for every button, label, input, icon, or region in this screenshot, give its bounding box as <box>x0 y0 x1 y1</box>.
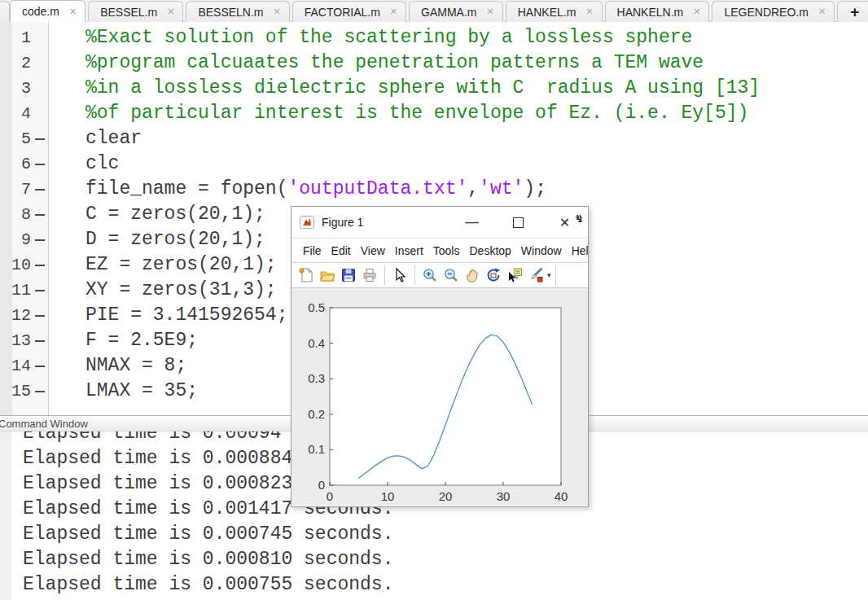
line-number: 10 <box>0 252 31 278</box>
svg-text:0.3: 0.3 <box>308 371 325 385</box>
code-line[interactable]: 6clc <box>0 151 868 177</box>
code-segment-code: ); <box>524 178 546 199</box>
executable-line-dash[interactable] <box>35 265 45 266</box>
code-text: %Exact solution of the scattering by a l… <box>85 25 692 50</box>
code-text: clear <box>85 126 142 151</box>
brush-dropdown-icon[interactable]: ▾ <box>547 271 551 279</box>
executable-line-dash[interactable] <box>35 315 45 317</box>
tab-label: HANKELN.m <box>617 6 684 19</box>
svg-text:0: 0 <box>327 489 333 503</box>
executable-line-dash[interactable] <box>35 214 45 216</box>
menu-tools[interactable]: Tools <box>428 244 465 257</box>
tab-code.m[interactable]: code.m✕ <box>10 0 85 22</box>
tab-HANKEL.m[interactable]: HANKEL.m✕ <box>506 1 603 22</box>
tab-GAMMA.m[interactable]: GAMMA.m✕ <box>409 1 503 22</box>
zoom-out-icon[interactable] <box>442 266 460 284</box>
executable-line-dash[interactable] <box>35 138 45 140</box>
menu-view[interactable]: View <box>356 244 390 257</box>
executable-line-dash[interactable] <box>35 290 45 291</box>
tab-LEGENDREO.m[interactable]: LEGENDREO.m✕ <box>712 1 835 22</box>
plot-region[interactable]: 01020304000.10.20.30.40.5 <box>292 288 588 506</box>
code-line[interactable]: 7file_name = fopen('outputData.txt','wt'… <box>0 177 868 202</box>
figure-title: Figure 1 <box>322 216 363 229</box>
menu-window[interactable]: Window <box>516 244 567 257</box>
tab-FACTORIAL.m[interactable]: FACTORIAL.m✕ <box>292 1 406 22</box>
code-segment-code: D = zeros(20,1); <box>85 229 265 250</box>
brush-icon[interactable] <box>527 266 545 284</box>
command-output-line: Elapsed time is 0.000810 seconds. <box>23 547 393 572</box>
tab-close-icon[interactable]: ✕ <box>693 7 700 16</box>
executable-line-dash[interactable] <box>35 366 45 367</box>
line-number: 3 <box>0 76 31 101</box>
line-number: 9 <box>0 227 31 252</box>
executable-line-dash[interactable] <box>35 189 45 191</box>
pan-icon[interactable] <box>463 266 481 284</box>
toolbar-overflow-icon[interactable]: » <box>576 210 582 223</box>
new-document-icon[interactable] <box>297 266 315 284</box>
executable-line-dash[interactable] <box>35 239 45 241</box>
code-text: F = 2.5E9; <box>85 328 198 353</box>
code-line[interactable]: 2%program calcuaates the penetration pat… <box>0 50 868 76</box>
code-segment-code: clear <box>85 128 142 149</box>
menu-file[interactable]: File <box>298 244 327 257</box>
tab-BESSEL.m[interactable]: BESSEL.m✕ <box>88 1 183 22</box>
zoom-in-icon[interactable] <box>421 266 439 284</box>
code-segment-code: LMAX = 35; <box>85 380 198 401</box>
line-number: 11 <box>0 278 31 303</box>
code-line[interactable]: 5clear <box>0 126 868 151</box>
menu-help[interactable]: Help <box>567 244 588 257</box>
code-text: EZ = zeros(20,1); <box>85 252 277 278</box>
figure-window: Figure 1 — ✕ FileEditViewInsertToolsDesk… <box>291 206 589 507</box>
tab-partial[interactable] <box>0 1 10 22</box>
code-segment-comment: %of particular interest is the envelope … <box>85 103 748 124</box>
tab-close-icon[interactable]: ✕ <box>818 7 826 16</box>
executable-line-dash[interactable] <box>35 391 45 392</box>
open-folder-icon[interactable] <box>318 266 336 284</box>
code-segment-code: XY = zeros(31,3); <box>85 279 277 300</box>
tab-HANKELN.m[interactable]: HANKELN.m✕ <box>605 1 710 22</box>
toolbar-separator <box>414 265 415 285</box>
command-window-left-strip <box>0 431 11 600</box>
code-line[interactable]: 4%of particular interest is the envelope… <box>0 101 868 126</box>
code-segment-comment: %in a lossless dielectric sphere with C … <box>85 77 760 99</box>
tab-close-icon[interactable]: ✕ <box>274 7 281 16</box>
menu-desktop[interactable]: Desktop <box>464 244 515 257</box>
menu-insert[interactable]: Insert <box>390 244 428 257</box>
svg-text:40: 40 <box>555 489 568 503</box>
menu-edit[interactable]: Edit <box>327 244 356 257</box>
tab-BESSELN.m[interactable]: BESSELN.m✕ <box>186 1 289 22</box>
code-line[interactable]: 3%in a lossless dielectric sphere with C… <box>0 76 868 101</box>
tab-label: BESSEL.m <box>100 6 157 19</box>
tab-list: code.m✕BESSEL.m✕BESSELN.m✕FACTORIAL.m✕GA… <box>10 0 868 22</box>
code-text: %in a lossless dielectric sphere with C … <box>85 76 760 101</box>
executable-line-dash[interactable] <box>35 164 45 165</box>
figure-menubar: FileEditViewInsertToolsDesktopWindowHelp <box>292 238 588 263</box>
tab-label: GAMMA.m <box>421 6 476 19</box>
tab-close-icon[interactable]: ✕ <box>390 7 397 16</box>
minimize-button[interactable]: — <box>449 207 495 238</box>
rotate-3d-icon[interactable] <box>484 266 502 284</box>
print-icon[interactable] <box>361 266 379 284</box>
save-icon[interactable] <box>340 266 357 284</box>
tab-label: LEGENDREO.m <box>724 6 808 19</box>
tab-close-icon[interactable]: ✕ <box>585 7 593 16</box>
code-text: LMAX = 35; <box>85 379 198 404</box>
maximize-button[interactable] <box>495 207 541 238</box>
code-segment-string: 'wt' <box>479 178 524 199</box>
command-window-title: Command Window <box>0 418 88 430</box>
data-cursor-icon[interactable] <box>506 266 524 284</box>
code-text: XY = zeros(31,3); <box>85 278 277 303</box>
code-segment-code: , <box>467 178 479 199</box>
executable-line-dash[interactable] <box>35 340 45 342</box>
svg-text:30: 30 <box>497 489 511 503</box>
figure-titlebar[interactable]: Figure 1 — ✕ <box>292 207 588 238</box>
tab-close-icon[interactable]: ✕ <box>69 7 77 16</box>
new-tab-button[interactable]: + <box>837 1 868 22</box>
command-output-line: Elapsed time is 0.000755 seconds. <box>23 572 393 598</box>
code-line[interactable]: 1%Exact solution of the scattering by a … <box>0 25 868 50</box>
toolbar-separator <box>555 265 556 285</box>
tab-close-icon[interactable]: ✕ <box>167 7 174 16</box>
code-segment-code: F = 2.5E9; <box>85 330 198 351</box>
cursor-icon[interactable] <box>391 266 409 284</box>
tab-close-icon[interactable]: ✕ <box>487 7 494 16</box>
